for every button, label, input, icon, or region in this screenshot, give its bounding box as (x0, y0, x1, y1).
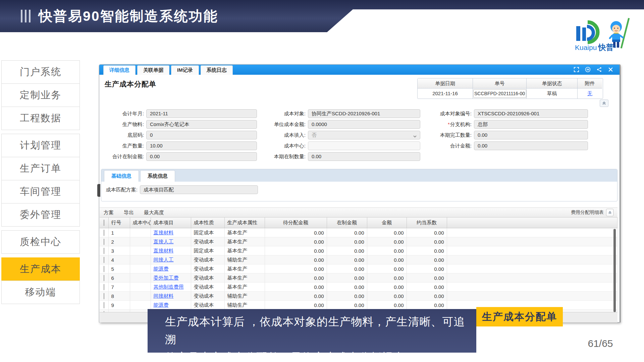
cost-item-link[interactable]: 间接材料 (154, 293, 174, 299)
sidebar-item[interactable]: 移动端 (1, 281, 80, 304)
row-number-cell: 1 (108, 228, 130, 237)
svg-text:IM: IM (587, 68, 589, 71)
field-input[interactable]: 0.0000 (308, 120, 420, 129)
cost-item-link[interactable]: 直接材料 (154, 248, 174, 253)
select-all-checkbox[interactable] (104, 220, 104, 226)
subtab[interactable]: 系统信息 (140, 170, 175, 182)
toolbar-item[interactable]: 方案 (104, 209, 114, 216)
row-checkbox[interactable] (104, 230, 104, 236)
row-checkbox[interactable] (104, 293, 104, 299)
row-checkbox[interactable] (104, 275, 104, 281)
cost-attr-cell: 基本生产 (224, 246, 265, 255)
im-icon[interactable]: IM (585, 67, 591, 72)
sidebar-item[interactable]: 生产订单 (1, 157, 80, 180)
detail-subpanel: 基础信息系统信息 成本匹配方案: 成本项目匹配 (101, 169, 618, 201)
app-tab-bar: 详细信息关联单据IM记录系统日志 (99, 65, 620, 75)
cost-item-link[interactable]: 直接人工 (154, 239, 174, 244)
row-filler-cell (447, 246, 618, 255)
row-checkbox[interactable] (104, 266, 104, 272)
field-input[interactable]: 0 (146, 131, 257, 139)
sidebar-item[interactable]: 定制业务 (1, 83, 80, 107)
kuaipu-logo-text: Kuaipu快普® (575, 42, 616, 53)
row-checkbox[interactable] (104, 248, 104, 254)
table-row: 1直接材料固定成本基本生产0.000.000.000.00 (100, 228, 618, 237)
cost-center-cell (130, 264, 151, 274)
grid-collapse-button[interactable] (606, 209, 613, 216)
double-chevron-up-icon (602, 101, 606, 105)
cost-item-link[interactable]: 能源费 (154, 302, 169, 308)
cost-item-cell: 直接材料 (151, 246, 191, 255)
cost-item-link[interactable]: 委外加工费 (154, 275, 179, 281)
field-input[interactable]: 2021-11 (146, 109, 257, 118)
field-input[interactable]: 0.00 (474, 131, 588, 139)
caption-line-1: 生产成本计算后 ，依成本对象的生产物料，产生清晰、可追溯 (148, 313, 476, 348)
field-input[interactable]: 0.00 (308, 152, 420, 161)
cost-center-cell (130, 301, 151, 310)
panel-collapse-handle[interactable] (97, 184, 100, 197)
row-filler-cell (447, 228, 618, 237)
subtab[interactable]: 基础信息 (104, 170, 139, 182)
doc-number-value: SCCBFPD-20211116-00 (473, 88, 527, 99)
field-input[interactable] (308, 141, 420, 150)
field-label: 合计金额: (426, 143, 472, 149)
doc-attachment-value[interactable]: 无 (578, 88, 602, 99)
row-number-cell: 4 (108, 255, 130, 264)
cost-item-link[interactable]: 能源费 (154, 266, 169, 272)
field-input[interactable]: 0.00 (146, 152, 257, 161)
sidebar-item[interactable]: 车间管理 (1, 180, 80, 203)
sidebar-item[interactable]: 计划管理 (1, 134, 80, 157)
close-icon[interactable] (608, 67, 613, 72)
field-input[interactable]: XTSCSCDD-20210926-001 (474, 109, 588, 118)
share-icon[interactable] (596, 67, 602, 72)
cost-nature-cell: 变动成本 (191, 301, 224, 310)
chevron-down-icon[interactable] (413, 133, 417, 138)
header-collapse-button[interactable] (600, 100, 608, 107)
row-checkbox-cell (100, 237, 108, 246)
cost-item-link[interactable]: 其他制造费用 (154, 284, 184, 290)
toolbar-item[interactable]: 导出 (124, 209, 134, 216)
cost-nature-cell: 变动成本 (191, 255, 224, 264)
app-tab[interactable]: 详细信息 (103, 65, 136, 75)
sidebar-item[interactable]: 质检中心 (1, 230, 80, 254)
row-filler-cell (447, 264, 618, 274)
match-scheme-input[interactable]: 成本项目匹配 (140, 185, 258, 194)
wip-amount-cell: 0.00 (327, 283, 367, 292)
cost-center-cell (130, 255, 151, 264)
grid-header-cell: 行号 (108, 218, 130, 228)
field-label: 合计在制金额: (101, 154, 144, 160)
field-input[interactable]: 否 (308, 131, 420, 139)
table-row: 5能源费变动成本基本生产0.000.000.000.00 (100, 264, 618, 274)
field-input[interactable]: 0.00 (474, 141, 588, 150)
field-input[interactable]: Comix齐心笔记本 (146, 120, 257, 129)
sidebar-item[interactable]: 工程数据 (1, 107, 80, 130)
row-checkbox[interactable] (104, 239, 104, 245)
sidebar-item[interactable]: 生产成本 (1, 257, 80, 281)
cost-item-link[interactable]: 间接人工 (154, 257, 174, 262)
vertical-scrollbar[interactable] (613, 229, 616, 312)
brand-name-en: Kuaipu (575, 44, 597, 51)
sidebar-item[interactable]: 门户系统 (1, 60, 80, 84)
field-label: 底层码: (101, 132, 144, 138)
attachment-link[interactable]: 无 (587, 90, 592, 96)
registered-mark: ® (613, 45, 616, 49)
doc-number-input[interactable]: SCCBFPD-20211116-00 (473, 89, 526, 98)
row-number-cell: 9 (108, 301, 130, 310)
sidebar-item[interactable]: 委外管理 (1, 203, 80, 227)
toolbar-item[interactable]: 最大高度 (144, 209, 164, 216)
select-all-checkbox-cell (100, 218, 108, 228)
cost-item-cell: 能源费 (151, 264, 191, 274)
titlebar-icons: IM (574, 67, 613, 72)
app-tab[interactable]: 系统日志 (201, 65, 233, 75)
app-tab[interactable]: 关联单据 (137, 65, 169, 75)
row-checkbox[interactable] (104, 257, 104, 263)
field-input[interactable]: 总部 (474, 120, 588, 129)
cost-item-link[interactable]: 直接材料 (154, 230, 174, 235)
fullscreen-icon[interactable] (574, 67, 579, 72)
row-checkbox[interactable] (104, 284, 104, 290)
row-checkbox[interactable] (104, 302, 104, 308)
field-input[interactable]: 10.00 (146, 141, 257, 150)
cost-nature-cell: 固定成本 (191, 228, 224, 237)
app-tab[interactable]: IM记录 (171, 65, 199, 75)
double-chevron-up-icon (608, 211, 612, 215)
field-input[interactable]: 协同生产SCDD-20210926-001 (308, 109, 420, 118)
